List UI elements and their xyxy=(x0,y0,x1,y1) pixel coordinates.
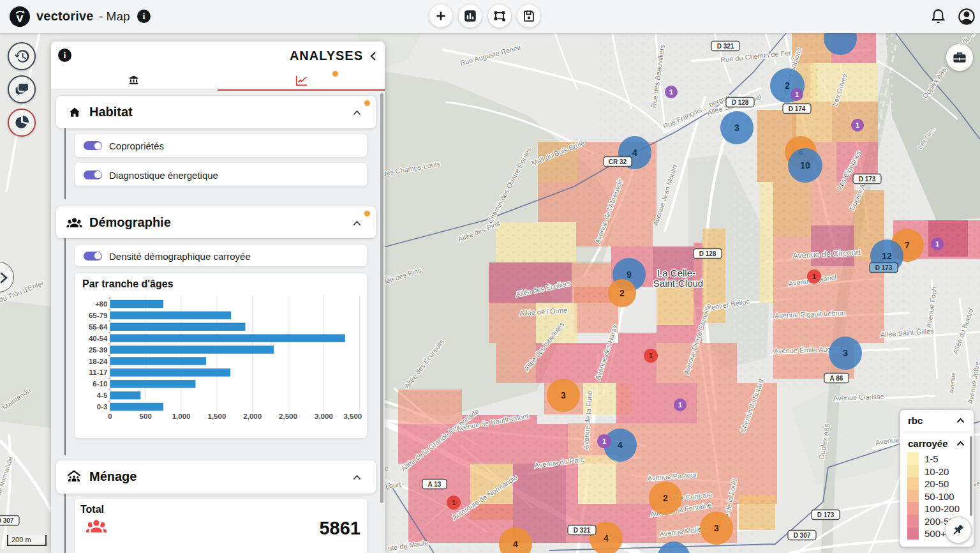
svg-text:55-64: 55-64 xyxy=(89,323,108,331)
svg-text:11-17: 11-17 xyxy=(89,368,108,376)
svg-text:1: 1 xyxy=(935,240,939,248)
svg-text:D 321: D 321 xyxy=(717,43,734,50)
svg-text:4-5: 4-5 xyxy=(97,391,108,399)
svg-text:3,500: 3,500 xyxy=(343,413,362,420)
svg-text:9: 9 xyxy=(627,269,632,280)
svg-text:3: 3 xyxy=(843,348,848,358)
svg-text:0: 0 xyxy=(108,413,112,420)
svg-text:4: 4 xyxy=(513,539,518,549)
svg-text:3: 3 xyxy=(734,123,739,133)
svg-text:1,500: 1,500 xyxy=(208,413,226,420)
svg-text:6-10: 6-10 xyxy=(93,380,107,388)
svg-text:CR 32: CR 32 xyxy=(609,158,627,165)
svg-text:3: 3 xyxy=(714,523,719,533)
svg-text:D 321: D 321 xyxy=(574,527,591,534)
svg-text:D 174: D 174 xyxy=(789,105,806,112)
svg-text:1: 1 xyxy=(669,88,673,96)
svg-text:Saint-Cloud: Saint-Cloud xyxy=(653,278,703,289)
svg-text:2: 2 xyxy=(620,288,625,298)
svg-text:10: 10 xyxy=(800,160,810,170)
svg-text:7: 7 xyxy=(905,240,910,250)
svg-text:2,000: 2,000 xyxy=(243,413,262,420)
svg-text:3,000: 3,000 xyxy=(315,413,333,420)
svg-text:18-24: 18-24 xyxy=(89,358,108,365)
svg-text:4: 4 xyxy=(632,148,637,158)
svg-text:1: 1 xyxy=(812,273,816,280)
svg-text:25-39: 25-39 xyxy=(89,346,107,354)
svg-text:La Celle-: La Celle- xyxy=(657,268,695,278)
svg-text:D 173: D 173 xyxy=(875,264,893,271)
svg-text:1,000: 1,000 xyxy=(172,413,191,420)
svg-text:+80: +80 xyxy=(95,300,108,308)
svg-text:D 128: D 128 xyxy=(732,99,749,106)
svg-text:40-54: 40-54 xyxy=(89,335,108,342)
svg-text:4: 4 xyxy=(618,440,623,450)
svg-text:65-79: 65-79 xyxy=(89,312,107,319)
svg-text:D 307: D 307 xyxy=(794,532,811,539)
svg-text:12: 12 xyxy=(882,251,892,261)
svg-text:D 173: D 173 xyxy=(859,176,876,183)
svg-text:D 173: D 173 xyxy=(817,511,835,519)
svg-text:1: 1 xyxy=(678,401,682,409)
svg-text:1: 1 xyxy=(649,352,653,360)
svg-text:1: 1 xyxy=(795,91,799,98)
svg-text:3: 3 xyxy=(561,390,566,400)
svg-text:A 86: A 86 xyxy=(830,375,843,382)
svg-text:4: 4 xyxy=(604,533,609,543)
svg-text:1: 1 xyxy=(856,121,859,129)
svg-text:D 307: D 307 xyxy=(0,517,14,524)
svg-text:1: 1 xyxy=(452,499,456,506)
svg-text:D 128: D 128 xyxy=(699,250,716,257)
svg-text:1: 1 xyxy=(602,437,606,445)
svg-text:500: 500 xyxy=(140,413,152,420)
svg-text:2,500: 2,500 xyxy=(279,413,297,420)
svg-text:A 13: A 13 xyxy=(428,481,442,488)
svg-text:2: 2 xyxy=(663,493,668,503)
svg-text:0-3: 0-3 xyxy=(97,403,108,411)
svg-text:2: 2 xyxy=(785,80,790,91)
